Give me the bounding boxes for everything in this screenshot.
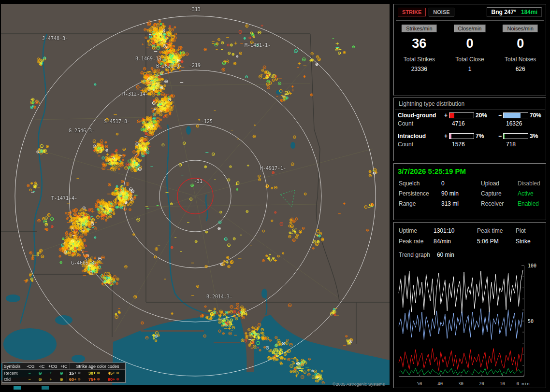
- plot-value: Strike: [516, 238, 541, 245]
- ic-count-label: Count: [398, 141, 444, 148]
- uptime-value: 1301:10: [434, 227, 477, 234]
- total-strikes-value: 23336: [394, 66, 445, 72]
- divider: [396, 20, 544, 21]
- age-60-icon: ⊕: [77, 377, 81, 381]
- rates-box: STRIKE NOISE Bng 247° 184mi Strikes/min …: [393, 4, 546, 96]
- cg-minus-pct: 70%: [530, 112, 541, 119]
- legend-row-recent: Recent: [2, 371, 24, 376]
- bearing-value: Bng 247°: [491, 9, 516, 15]
- receiver-status: Enabled: [518, 200, 541, 207]
- distribution-heading: Lightning type distribution: [395, 98, 545, 110]
- recent-cg-neg-icon: −: [24, 371, 35, 376]
- age-15: 15+⊕: [67, 371, 87, 376]
- persistence-value: 90 min: [441, 190, 481, 197]
- bearing-distance: 184mi: [521, 9, 537, 15]
- squelch-label: Squelch: [399, 180, 441, 187]
- squelch-value: 0: [441, 180, 481, 187]
- map-legend: Symbols -CG -IC +CG +IC Strike age color…: [2, 363, 126, 383]
- x-axis-tick: 20: [479, 381, 484, 386]
- y-axis-tick: 50: [528, 319, 534, 324]
- close-per-min-value: 0: [445, 36, 495, 51]
- recent-cg-pos-icon: +: [45, 371, 56, 376]
- noises-per-min-button[interactable]: Noises/min: [503, 25, 537, 32]
- peak-time-value: 5:06 PM: [477, 238, 516, 245]
- trend-graph-window: 60 min: [437, 252, 454, 258]
- strikes-per-min-value: 36: [394, 36, 445, 51]
- ic-minus-count: 718: [498, 141, 542, 148]
- y-axis-tick: 100: [528, 263, 536, 268]
- taskbar-item[interactable]: [14, 386, 21, 390]
- age-30: 30+⊕: [87, 371, 106, 376]
- old-cg-pos-icon: +: [45, 377, 56, 382]
- peak-rate-value: 84/min: [434, 238, 477, 245]
- cg-minus-count: 16326: [498, 120, 542, 127]
- legend-col-ic-pos: +IC: [58, 364, 70, 369]
- old-ic-pos-icon: ⊕: [56, 377, 67, 382]
- cg-plus-pct: 20%: [476, 112, 487, 119]
- capture-label: Capture: [481, 190, 518, 197]
- legend-col-cg-neg: -CG: [25, 364, 36, 369]
- age-45-icon: ⊕: [116, 371, 119, 375]
- bearing-readout: Bng 247° 184mi: [487, 7, 542, 17]
- uptime-label: Uptime: [399, 227, 434, 234]
- taskbar-item[interactable]: [42, 386, 49, 390]
- receiver-label: Receiver: [481, 200, 518, 207]
- strike-overlay: [1, 4, 390, 385]
- distribution-box: Lightning type distribution Cloud-ground…: [393, 98, 546, 161]
- total-close-value: 1: [445, 66, 495, 72]
- age-90: 90+⊕: [106, 377, 125, 382]
- copyright-text: ©2005 Astrogenic Systems: [333, 382, 385, 387]
- minus-sign: −: [498, 112, 502, 119]
- cg-plus-count: 4716: [444, 120, 498, 127]
- close-per-min-button[interactable]: Close/min: [454, 25, 486, 32]
- range-value: 313 mi: [441, 200, 481, 207]
- lightning-map[interactable]: Symbols -CG -IC +CG +IC Strike age color…: [1, 4, 390, 385]
- cg-minus-bar: [503, 112, 528, 118]
- trend-canvas: [398, 264, 526, 380]
- trend-graph-label: Trend graph: [399, 252, 430, 258]
- noise-mode-button[interactable]: NOISE: [429, 8, 454, 16]
- old-ic-neg-icon: ⊖: [35, 377, 45, 382]
- age-60: 60+⊕: [67, 377, 87, 382]
- x-axis-tick: 10: [500, 381, 505, 386]
- plot-label: Plot: [516, 227, 541, 234]
- total-noises-value: 626: [495, 66, 546, 72]
- noises-per-min-value: 0: [495, 36, 546, 51]
- cg-count-label: Count: [398, 120, 444, 127]
- trend-graph: 1005050403020100 min: [398, 264, 544, 388]
- cloud-ground-label: Cloud-ground: [398, 112, 444, 119]
- legend-age-title: Strike age color codes: [70, 364, 125, 369]
- minus-sign: −: [498, 133, 502, 140]
- peak-time-label: Peak time: [477, 227, 516, 234]
- intracloud-label: Intracloud: [398, 133, 444, 140]
- age-15-icon: ⊕: [77, 371, 81, 375]
- ic-plus-bar: [449, 133, 474, 139]
- trend-box: Uptime 1301:10 Peak time Plot Peak rate …: [393, 222, 546, 388]
- total-close-label: Total Close: [445, 56, 495, 63]
- ic-plus-pct: 7%: [476, 133, 484, 140]
- recent-ic-pos-icon: ⊕: [56, 371, 67, 376]
- persistence-label: Persistence: [399, 190, 441, 197]
- ic-minus-pct: 3%: [530, 133, 538, 140]
- x-axis-tick: 50: [417, 381, 422, 386]
- total-strikes-label: Total Strikes: [394, 56, 445, 63]
- x-axis-tick: 0 min: [516, 381, 529, 386]
- age-75-icon: ⊕: [97, 377, 100, 381]
- recent-ic-neg-icon: ⊖: [35, 371, 45, 376]
- upload-label: Upload: [481, 180, 518, 187]
- legend-col-cg-pos: +CG: [47, 364, 58, 369]
- age-75: 75+⊕: [87, 377, 106, 382]
- datetime-display: 3/7/2026 5:25:19 PM: [394, 164, 546, 179]
- status-panel: STRIKE NOISE Bng 247° 184mi Strikes/min …: [393, 4, 547, 388]
- old-cg-neg-icon: −: [24, 377, 35, 382]
- strikes-per-min-button[interactable]: Strikes/min: [402, 25, 436, 32]
- x-axis-tick: 40: [437, 381, 443, 386]
- x-axis-tick: 30: [458, 381, 463, 386]
- plus-sign: +: [444, 112, 448, 119]
- age-90-icon: ⊕: [116, 377, 119, 381]
- total-noises-label: Total Noises: [495, 56, 546, 63]
- legend-col-ic-neg: -IC: [36, 364, 47, 369]
- cg-plus-bar: [449, 112, 474, 118]
- strike-mode-button[interactable]: STRIKE: [398, 8, 426, 16]
- plus-sign: +: [444, 133, 448, 140]
